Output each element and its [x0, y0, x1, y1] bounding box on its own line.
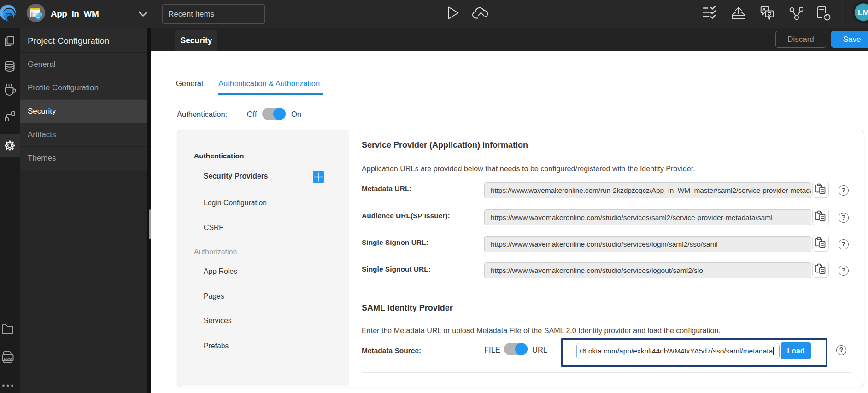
svg-text:LOG: LOG	[4, 357, 12, 361]
svg-text:LM: LM	[858, 8, 868, 17]
